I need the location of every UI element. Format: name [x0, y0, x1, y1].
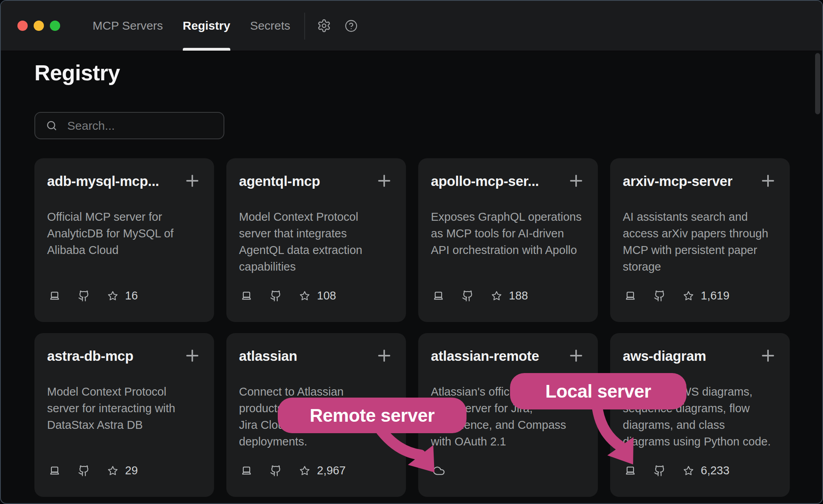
settings-button[interactable] — [317, 19, 331, 33]
laptop-icon — [241, 290, 252, 302]
laptop-icon-wrap — [432, 290, 444, 302]
server-name: adb-mysql-mcp... — [47, 173, 159, 189]
server-footer — [432, 464, 445, 477]
github-stars: 2,967 — [299, 464, 346, 477]
plus-icon — [567, 172, 585, 190]
github-icon-wrap — [78, 465, 90, 477]
star-count: 2,967 — [317, 464, 346, 477]
github-icon-wrap — [654, 290, 666, 302]
server-footer: 6,233 — [624, 464, 730, 477]
star-count: 6,233 — [701, 464, 730, 477]
card-header: aws-diagram — [623, 347, 777, 366]
laptop-icon — [624, 465, 636, 477]
server-description: Exposes GraphQL operationsas MCP tools f… — [431, 208, 585, 258]
github-icon — [270, 465, 282, 477]
github-stars: 16 — [107, 289, 138, 302]
github-icon — [270, 290, 282, 302]
minimize-window-button[interactable] — [34, 21, 44, 31]
description-line: AgentQL data extraction — [239, 242, 393, 258]
scrollbar-thumb[interactable] — [815, 53, 820, 114]
server-name: apollo-mcp-ser... — [431, 173, 539, 189]
help-icon — [345, 19, 358, 32]
remote-server-callout: Remote server — [278, 398, 466, 433]
plus-icon — [759, 347, 777, 365]
github-icon — [462, 290, 474, 302]
zoom-window-button[interactable] — [50, 21, 60, 31]
github-icon-wrap — [654, 465, 666, 477]
star-count: 1,619 — [701, 289, 730, 302]
tab-mcp-servers[interactable]: MCP Servers — [93, 1, 163, 51]
description-line: Alibaba Cloud — [47, 242, 201, 258]
description-line: API orchestration with Apollo — [431, 242, 585, 258]
github-icon — [654, 290, 666, 302]
server-card: astra-db-mcpModel Context Protocolserver… — [34, 333, 214, 497]
laptop-icon — [432, 290, 444, 302]
add-server-button[interactable] — [567, 172, 585, 190]
star-icon — [107, 465, 118, 476]
server-name: agentql-mcp — [239, 173, 320, 189]
github-stars: 6,233 — [683, 464, 730, 477]
server-description: Official MCP server forAnalyticDB for My… — [47, 208, 201, 258]
star-icon — [683, 290, 694, 301]
server-name: atlassian-remote — [431, 348, 539, 364]
add-server-button[interactable] — [567, 347, 585, 365]
github-stars: 1,619 — [683, 289, 730, 302]
star-icon — [491, 290, 502, 301]
close-window-button[interactable] — [17, 21, 28, 31]
laptop-icon — [49, 290, 61, 302]
description-line: storage — [623, 258, 777, 275]
app-window: MCP Servers Registry Secrets Registry ad… — [0, 0, 823, 504]
server-footer: 29 — [49, 464, 138, 477]
card-header: apollo-mcp-ser... — [431, 172, 585, 191]
add-server-button[interactable] — [183, 347, 201, 365]
card-header: adb-mysql-mcp... — [47, 172, 201, 191]
description-line: diagrams, and class — [623, 417, 777, 433]
laptop-icon-wrap — [49, 465, 61, 477]
titlebar: MCP Servers Registry Secrets — [1, 1, 822, 51]
laptop-icon — [624, 290, 636, 302]
plus-icon — [759, 172, 777, 190]
server-card: adb-mysql-mcp...Official MCP server forA… — [34, 158, 214, 322]
description-line: Model Context Protocol — [239, 208, 393, 225]
card-header: astra-db-mcp — [47, 347, 201, 366]
github-icon-wrap — [78, 290, 90, 302]
card-header: arxiv-mcp-server — [623, 172, 777, 191]
server-description: AI assistants search andaccess arXiv pap… — [623, 208, 777, 275]
github-stars: 188 — [491, 289, 528, 302]
github-stars: 29 — [107, 464, 138, 477]
local-server-callout: Local server — [510, 373, 686, 409]
server-card: arxiv-mcp-serverAI assistants search and… — [610, 158, 790, 322]
laptop-icon-wrap — [624, 465, 636, 477]
github-icon-wrap — [270, 290, 282, 302]
card-header: atlassian — [239, 347, 393, 366]
star-icon — [107, 290, 118, 301]
search-icon — [46, 119, 58, 132]
add-server-button[interactable] — [759, 347, 777, 365]
server-description: Model Context Protocolserver that integr… — [239, 208, 393, 275]
server-footer: 16 — [49, 289, 138, 302]
github-icon — [654, 465, 666, 477]
cloud-icon — [432, 464, 445, 477]
star-count: 29 — [125, 464, 138, 477]
star-count: 188 — [509, 289, 528, 302]
description-line: capabilities — [239, 258, 393, 275]
add-server-button[interactable] — [375, 172, 393, 190]
card-header: atlassian-remote — [431, 347, 585, 366]
help-button[interactable] — [345, 19, 358, 32]
add-server-button[interactable] — [375, 347, 393, 365]
github-icon-wrap — [462, 290, 474, 302]
add-server-button[interactable] — [759, 172, 777, 190]
server-grid: adb-mysql-mcp...Official MCP server forA… — [34, 158, 790, 497]
server-name: aws-diagram — [623, 348, 706, 364]
search-input[interactable] — [66, 119, 216, 133]
server-name: astra-db-mcp — [47, 348, 133, 364]
tab-registry[interactable]: Registry — [183, 1, 230, 51]
tab-secrets[interactable]: Secrets — [250, 1, 290, 51]
gear-icon — [317, 19, 331, 33]
github-icon-wrap — [270, 465, 282, 477]
server-footer: 1,619 — [624, 289, 730, 302]
server-card: apollo-mcp-ser...Exposes GraphQL operati… — [418, 158, 598, 322]
titlebar-divider — [304, 13, 305, 40]
plus-icon — [183, 172, 201, 190]
add-server-button[interactable] — [183, 172, 201, 190]
